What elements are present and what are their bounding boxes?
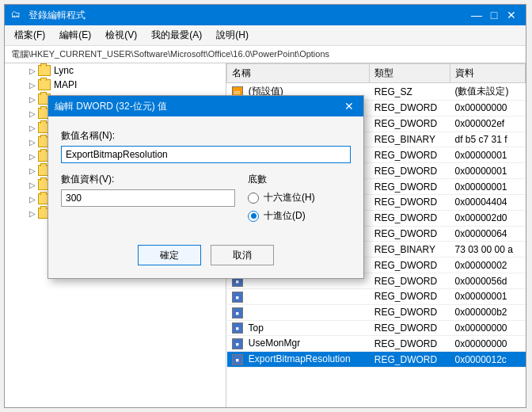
name-label: 數值名稱(N): (61, 129, 351, 143)
reg-name: ■ ExportBitmapResolution (227, 352, 370, 368)
cancel-button[interactable]: 取消 (211, 245, 274, 265)
reg-type: REG_DWORD (370, 116, 450, 132)
menu-help[interactable]: 說明(H) (210, 27, 255, 44)
tree-item-label: Lync (54, 65, 74, 76)
hex-label: 十六進位(H) (264, 191, 315, 204)
reg-type-icon: ■ (232, 338, 243, 349)
maximize-button[interactable]: □ (486, 7, 502, 23)
reg-type: REG_BINARY (370, 132, 450, 147)
reg-type: REG_DWORD (370, 210, 450, 226)
dec-radio[interactable] (248, 211, 259, 222)
reg-data: 0x00000002 (450, 258, 525, 273)
reg-name: ■ UseMonMgr (227, 336, 370, 352)
reg-type: REG_SZ (370, 83, 450, 101)
tree-toggle[interactable]: ▷ (27, 124, 38, 132)
reg-data: 0x00000001 (450, 288, 525, 304)
table-row[interactable]: ■ REG_DWORD 0x00000001 (227, 288, 526, 304)
data-row: 數值資料(V): 底數 十六進位(H) 十進位(D) (61, 173, 351, 223)
reg-type: REG_DWORD (370, 304, 450, 320)
title-bar: 🗂 登錄編輯程式 — □ ✕ (5, 5, 526, 25)
folder-icon (38, 65, 51, 76)
reg-data: 0x000000b2 (450, 304, 525, 320)
dialog-title-text: 編輯 DWORD (32-位元) 值 (55, 100, 341, 113)
close-button[interactable]: ✕ (504, 7, 519, 23)
tree-item[interactable]: ▷ MAPI (5, 78, 226, 92)
tree-toggle[interactable]: ▷ (27, 181, 38, 189)
reg-data: 0x00000001 (450, 163, 525, 179)
ok-button[interactable]: 確定 (138, 245, 201, 265)
reg-name: ■ (227, 288, 370, 304)
title-controls: — □ ✕ (469, 7, 519, 23)
base-section: 底數 十六進位(H) 十進位(D) (248, 173, 351, 223)
tree-toggle[interactable]: ▷ (27, 209, 38, 218)
reg-data: 0x0000012c (450, 352, 525, 368)
reg-data: df b5 c7 31 f (450, 132, 525, 147)
reg-data: 0x00000001 (450, 179, 525, 195)
table-row[interactable]: ■ UseMonMgr REG_DWORD 0x00000000 (227, 336, 526, 352)
reg-type: REG_DWORD (370, 320, 450, 336)
tree-toggle[interactable]: ▷ (27, 81, 38, 90)
tree-toggle[interactable]: ▷ (27, 109, 38, 118)
dialog-body: 數值名稱(N): 數值資料(V): 底數 十六進位(H) (48, 116, 363, 278)
dialog-close-button[interactable]: ✕ (341, 98, 357, 114)
window-title: 登錄編輯程式 (28, 9, 469, 22)
hex-radio-item[interactable]: 十六進位(H) (248, 191, 351, 204)
reg-type: REG_DWORD (370, 179, 450, 195)
table-row[interactable]: ■ REG_DWORD 0x000000b2 (227, 304, 526, 320)
menu-bar: 檔案(F) 編輯(E) 檢視(V) 我的最愛(A) 說明(H) (5, 25, 526, 46)
reg-data: 0x000002d0 (450, 210, 525, 226)
reg-data: 0x00000000 (450, 320, 525, 336)
dialog-title-bar: 編輯 DWORD (32-位元) 值 ✕ (48, 96, 363, 116)
data-label: 數值資料(V): (61, 173, 235, 186)
reg-type-icon: ■ (232, 322, 243, 334)
table-row[interactable]: ■ Top REG_DWORD 0x00000000 (227, 320, 526, 336)
tree-toggle[interactable]: ▷ (27, 152, 38, 161)
table-row[interactable]: ■ ExportBitmapResolution REG_DWORD 0x000… (227, 352, 526, 368)
menu-favorites[interactable]: 我的最愛(A) (145, 27, 208, 44)
app-icon: 🗂 (11, 9, 24, 21)
reg-data: 0x00004404 (450, 194, 525, 210)
name-input[interactable] (61, 146, 351, 163)
reg-type: REG_DWORD (370, 352, 450, 368)
minimize-button[interactable]: — (469, 7, 484, 23)
hex-radio[interactable] (248, 193, 259, 204)
reg-data: 0x00000064 (450, 226, 525, 242)
reg-type: REG_DWORD (370, 336, 450, 352)
reg-data: 0x00000000 (450, 101, 525, 116)
menu-edit[interactable]: 編輯(E) (53, 27, 97, 44)
folder-icon (38, 79, 51, 90)
edit-dword-dialog[interactable]: 編輯 DWORD (32-位元) 值 ✕ 數值名稱(N): 數值資料(V): 底… (48, 95, 364, 279)
reg-name: ■ (227, 304, 370, 320)
reg-type: REG_DWORD (370, 147, 450, 163)
reg-data: 0x00000000 (450, 336, 525, 352)
reg-data: 0x0000056d (450, 273, 525, 289)
reg-type: REG_DWORD (370, 226, 450, 242)
tree-item-label: MAPI (54, 79, 77, 90)
reg-data: 73 03 00 00 a (450, 242, 525, 258)
reg-type: REG_BINARY (370, 242, 450, 258)
menu-file[interactable]: 檔案(F) (8, 27, 51, 44)
data-input[interactable] (61, 189, 235, 207)
tree-toggle[interactable]: ▷ (27, 195, 38, 204)
reg-type-icon: ■ (232, 307, 243, 319)
tree-toggle[interactable]: ▷ (27, 95, 38, 104)
reg-type: REG_DWORD (370, 258, 450, 273)
col-data: 資料 (450, 64, 525, 83)
reg-type: REG_DWORD (370, 194, 450, 210)
reg-data: 0x000002ef (450, 116, 525, 132)
breadcrumb: 電腦\HKEY_CURRENT_USER\Software\Microsoft\… (5, 46, 526, 63)
col-name: 名稱 (227, 64, 370, 83)
tree-item[interactable]: ▷ Lync (5, 63, 226, 78)
value-section: 數值資料(V): (61, 173, 235, 207)
tree-toggle[interactable]: ▷ (27, 138, 38, 147)
reg-data: 0x00000001 (450, 147, 525, 163)
menu-view[interactable]: 檢視(V) (99, 27, 143, 44)
reg-type: REG_DWORD (370, 273, 450, 289)
reg-data: (數值未設定) (450, 83, 525, 101)
tree-toggle[interactable]: ▷ (27, 166, 38, 175)
tree-toggle[interactable]: ▷ (27, 67, 38, 75)
reg-type-icon: ■ (232, 354, 243, 365)
dec-radio-item[interactable]: 十進位(D) (248, 209, 351, 223)
radio-group: 十六進位(H) 十進位(D) (248, 191, 351, 223)
reg-type: REG_DWORD (370, 101, 450, 116)
